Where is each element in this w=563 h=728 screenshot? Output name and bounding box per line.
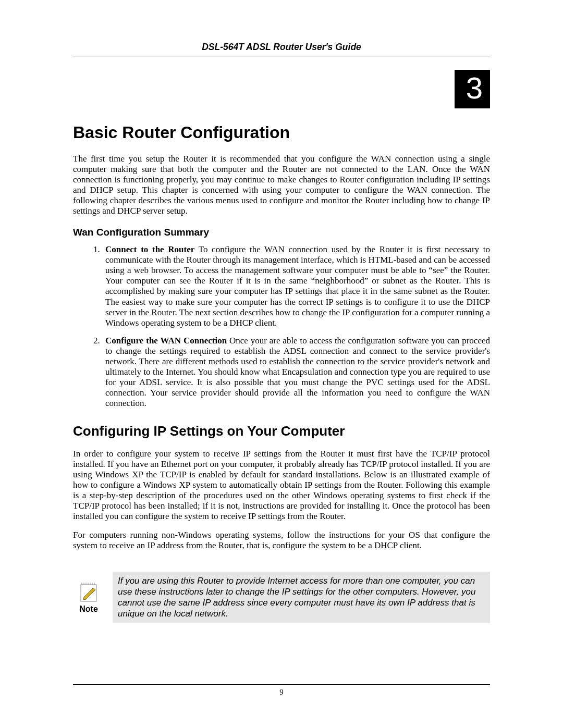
chapter-number-box: 3 <box>455 70 490 108</box>
document-page: DSL-564T ADSL Router User's Guide 3 Basi… <box>0 0 563 728</box>
page-footer: 9 <box>73 684 490 697</box>
wan-summary-list: Connect to the Router To configure the W… <box>73 244 490 409</box>
wan-summary-heading: Wan Configuration Summary <box>73 227 490 238</box>
list-item: Configure the WAN Connection Once your a… <box>102 336 490 409</box>
list-item-text: Once your are able to access the configu… <box>105 336 490 408</box>
list-item-lead: Configure the WAN Connection <box>105 336 227 346</box>
intro-paragraph: The first time you setup the Router it i… <box>73 154 490 216</box>
note-text: If you are using this Router to provide … <box>113 572 490 623</box>
page-title: Basic Router Configuration <box>73 123 490 142</box>
list-item: Connect to the Router To configure the W… <box>102 244 490 328</box>
chapter-number: 3 <box>466 71 483 105</box>
running-title-text: DSL-564T ADSL Router User's Guide <box>202 42 361 52</box>
note-icon-cell: Note <box>73 582 104 614</box>
ip-section-heading: Configuring IP Settings on Your Computer <box>73 423 490 439</box>
notepad-icon <box>80 582 97 602</box>
note-block: Note If you are using this Router to pro… <box>73 572 490 623</box>
page-number: 9 <box>279 688 284 696</box>
note-label: Note <box>73 604 104 614</box>
running-header: DSL-564T ADSL Router User's Guide <box>73 42 490 56</box>
ip-paragraph-2: For computers running non-Windows operat… <box>73 530 490 551</box>
ip-paragraph-1: In order to configure your system to rec… <box>73 449 490 522</box>
list-item-text: To configure the WAN connection used by … <box>105 244 490 327</box>
list-item-lead: Connect to the Router <box>105 244 194 254</box>
